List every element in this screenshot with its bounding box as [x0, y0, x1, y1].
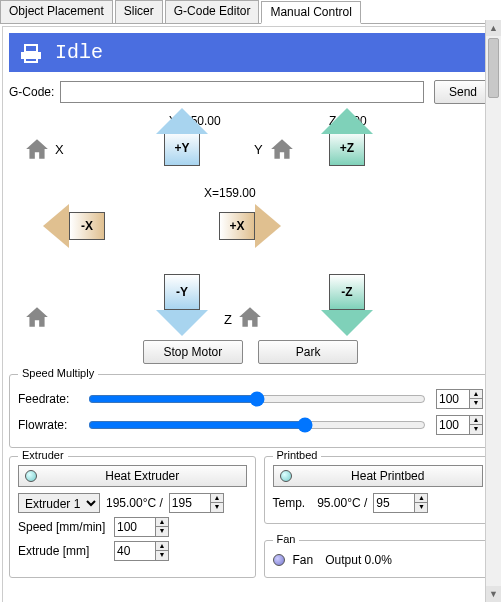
y-axis-label: Y — [254, 142, 263, 157]
tab-bar: Object Placement Slicer G-Code Editor Ma… — [0, 0, 501, 24]
extrude-length[interactable] — [114, 541, 156, 561]
stop-motor-button[interactable]: Stop Motor — [143, 340, 243, 364]
flowrate-value[interactable] — [436, 415, 470, 435]
feedrate-value[interactable] — [436, 389, 470, 409]
status-text: Idle — [55, 41, 103, 64]
feedrate-spinner[interactable]: ▲▼ — [436, 389, 483, 409]
feedrate-up[interactable]: ▲ — [470, 390, 482, 399]
gcode-input[interactable] — [60, 81, 424, 103]
x-axis-label: X — [55, 142, 64, 157]
extrude-mm-label: Extrude [mm] — [18, 544, 108, 558]
feedrate-label: Feedrate: — [18, 392, 78, 406]
printbed-group: Printbed Heat Printbed Temp. 95.00°C / ▲… — [264, 456, 493, 524]
heat-printbed-indicator — [280, 470, 292, 482]
home-x-icon[interactable] — [24, 136, 50, 165]
gcode-row: G-Code: Send — [9, 80, 492, 104]
bed-target[interactable] — [373, 493, 415, 513]
speed-title: Speed Multiply — [18, 367, 98, 379]
heat-printbed-button[interactable]: Heat Printbed — [273, 465, 484, 487]
extruder-group: Extruder Heat Extruder Extruder 1 195.00… — [9, 456, 256, 578]
extruder-title: Extruder — [18, 449, 68, 461]
move-plus-x[interactable]: +X — [219, 212, 255, 240]
feedrate-slider[interactable] — [88, 391, 426, 407]
fan-group: Fan Fan Output 0.0% — [264, 540, 493, 578]
printbed-title: Printbed — [273, 449, 322, 461]
home-all-icon[interactable] — [24, 304, 50, 333]
flowrate-down[interactable]: ▼ — [470, 425, 482, 434]
manual-control-panel: Idle G-Code: Send Y=150.00 Z=0.00 X=159.… — [2, 26, 499, 602]
z-axis-label: Z — [224, 312, 232, 327]
extrude-length-spinner[interactable]: ▲▼ — [114, 541, 169, 561]
extruder-target-spinner[interactable]: ▲▼ — [169, 493, 224, 513]
extrude-speed[interactable] — [114, 517, 156, 537]
scrollbar[interactable]: ▲ ▼ — [485, 20, 501, 602]
park-button[interactable]: Park — [258, 340, 358, 364]
move-minus-z[interactable]: -Z — [329, 274, 365, 310]
move-plus-y[interactable]: +Y — [164, 130, 200, 166]
home-y-icon[interactable] — [269, 136, 295, 165]
heat-extruder-button[interactable]: Heat Extruder — [18, 465, 247, 487]
x-position: X=159.00 — [204, 186, 256, 200]
bed-target-spinner[interactable]: ▲▼ — [373, 493, 428, 513]
send-button[interactable]: Send — [434, 80, 492, 104]
tab-object-placement[interactable]: Object Placement — [0, 0, 113, 23]
fan-label: Fan — [293, 553, 314, 567]
scroll-up-icon[interactable]: ▲ — [486, 20, 501, 36]
svg-rect-1 — [25, 45, 37, 52]
move-plus-z[interactable]: +Z — [329, 130, 365, 166]
scroll-thumb[interactable] — [488, 38, 499, 98]
speed-mm-label: Speed [mm/min] — [18, 520, 108, 534]
bed-temp-label: Temp. — [273, 496, 306, 510]
move-minus-y[interactable]: -Y — [164, 274, 200, 310]
tab-gcode-editor[interactable]: G-Code Editor — [165, 0, 260, 23]
tab-slicer[interactable]: Slicer — [115, 0, 163, 23]
heat-extruder-indicator — [25, 470, 37, 482]
extruder-target[interactable] — [169, 493, 211, 513]
flowrate-slider[interactable] — [88, 417, 426, 433]
scroll-down-icon[interactable]: ▼ — [486, 586, 501, 602]
flowrate-label: Flowrate: — [18, 418, 78, 432]
extrude-speed-spinner[interactable]: ▲▼ — [114, 517, 169, 537]
extruder-temp: 195.00°C / — [106, 496, 163, 510]
home-z-icon[interactable] — [237, 304, 263, 333]
gcode-label: G-Code: — [9, 85, 54, 99]
flowrate-up[interactable]: ▲ — [470, 416, 482, 425]
speed-group: Speed Multiply Feedrate: ▲▼ Flowrate: ▲▼ — [9, 374, 492, 448]
fan-output: Output 0.0% — [325, 553, 392, 567]
printer-icon — [19, 43, 43, 63]
feedrate-down[interactable]: ▼ — [470, 399, 482, 408]
tab-manual-control[interactable]: Manual Control — [261, 1, 360, 24]
fan-title: Fan — [273, 533, 300, 545]
movement-area: Y=150.00 Z=0.00 X=159.00 X Y Z +Y -Y -X … — [9, 114, 492, 374]
status-bar: Idle — [9, 33, 492, 72]
svg-rect-2 — [25, 57, 37, 62]
flowrate-spinner[interactable]: ▲▼ — [436, 415, 483, 435]
move-minus-x[interactable]: -X — [69, 212, 105, 240]
extruder-select[interactable]: Extruder 1 — [18, 493, 100, 513]
fan-indicator — [273, 554, 285, 566]
bed-temp: 95.00°C / — [317, 496, 367, 510]
